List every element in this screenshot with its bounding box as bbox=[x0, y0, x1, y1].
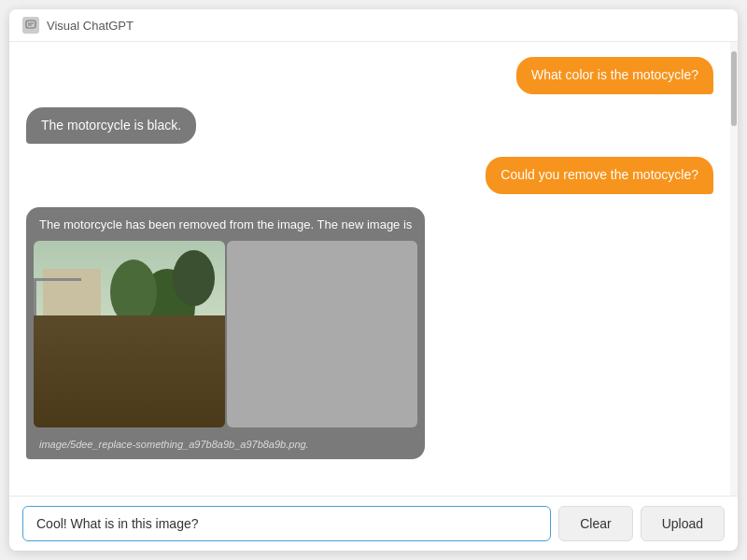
image-cell-real bbox=[34, 241, 225, 427]
message-row: The motorcycle is black. bbox=[26, 107, 713, 145]
bot-card: The motorcycle has been removed from the… bbox=[26, 207, 425, 459]
message-row: Could you remove the motocycle? bbox=[26, 157, 713, 194]
input-area: Clear Upload bbox=[9, 496, 738, 551]
scrollbar-track[interactable] bbox=[730, 42, 738, 496]
clear-button[interactable]: Clear bbox=[558, 506, 632, 541]
user-bubble: What color is the motocycle? bbox=[516, 57, 713, 94]
svg-rect-0 bbox=[26, 21, 35, 28]
message-row: What color is the motocycle? bbox=[26, 57, 713, 94]
ground bbox=[34, 315, 225, 427]
image-cell-placeholder bbox=[227, 241, 418, 427]
user-bubble: Could you remove the motocycle? bbox=[486, 157, 713, 194]
image-grid bbox=[26, 241, 425, 435]
chat-icon bbox=[22, 17, 39, 34]
bot-card-text: The motorcycle has been removed from the… bbox=[26, 207, 425, 241]
app-title: Visual ChatGPT bbox=[47, 19, 134, 33]
bot-bubble: The motorcycle is black. bbox=[26, 107, 196, 145]
garden-image bbox=[34, 241, 225, 427]
scrollbar-thumb[interactable] bbox=[731, 51, 737, 126]
app-window: Visual ChatGPT What color is the motocyc… bbox=[9, 9, 738, 551]
bot-card-filename: image/5dee_replace-something_a97b8a9b_a9… bbox=[26, 435, 425, 459]
chat-container: What color is the motocycle? The motorcy… bbox=[9, 42, 738, 496]
chat-messages: What color is the motocycle? The motorcy… bbox=[9, 42, 730, 496]
chat-header: Visual ChatGPT bbox=[9, 9, 738, 42]
chat-input[interactable] bbox=[22, 506, 551, 541]
upload-button[interactable]: Upload bbox=[641, 506, 725, 541]
message-row: The motorcycle has been removed from the… bbox=[26, 207, 713, 459]
